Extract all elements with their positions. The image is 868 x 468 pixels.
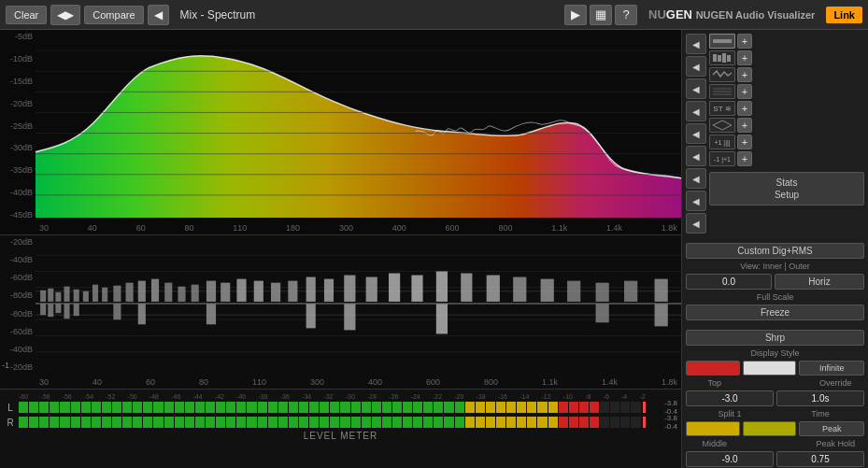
right-arrow3-button[interactable]: ◀ xyxy=(686,78,706,99)
link-button[interactable]: Link xyxy=(826,7,862,23)
waveform-style-diamond[interactable] xyxy=(709,118,735,133)
plus-btn-7[interactable]: + xyxy=(737,135,752,149)
svg-rect-35 xyxy=(254,281,263,302)
swatch-white[interactable] xyxy=(743,361,797,376)
clear-button[interactable]: Clear xyxy=(6,6,47,24)
right-arrow8-button[interactable]: ◀ xyxy=(686,191,706,211)
svg-rect-50 xyxy=(596,283,609,302)
plus-btn-5[interactable]: + xyxy=(737,101,752,116)
db-label-35: -35dB xyxy=(0,165,36,175)
plus-btn-1[interactable]: + xyxy=(737,34,752,49)
swatch-red[interactable] xyxy=(686,361,740,376)
strip-row-5: ST ≋ + xyxy=(709,101,864,116)
left-panel: -5dB -10dB -15dB -20dB -25dB -30dB -35dB… xyxy=(0,30,681,468)
bars-db-m40b: -40dB xyxy=(0,345,36,354)
db-label-45: -45dB xyxy=(0,210,36,220)
svg-rect-43 xyxy=(411,276,422,302)
svg-rect-29 xyxy=(164,283,172,302)
split1-label: Split 1 xyxy=(686,409,774,418)
svg-rect-34 xyxy=(236,279,246,302)
bars-db-m80: -80dB xyxy=(0,291,36,300)
right-arrow6-button[interactable]: ◀ xyxy=(686,146,706,166)
right-arrow4-button[interactable]: ◀ xyxy=(686,101,706,121)
full-scale-label: Full Scale xyxy=(686,292,864,302)
waveform-style-2[interactable] xyxy=(709,50,735,65)
stats-setup-button[interactable]: Stats Setup xyxy=(709,172,864,206)
nav-left-button[interactable]: ◀ xyxy=(148,5,169,25)
infinite-button[interactable]: Infinite xyxy=(799,361,864,376)
svg-rect-32 xyxy=(206,281,216,302)
bars-db-m60: -60dB xyxy=(0,273,36,282)
waveform-style-4[interactable] xyxy=(709,84,735,99)
svg-rect-64 xyxy=(596,304,609,322)
fallback-input[interactable] xyxy=(776,451,864,467)
svg-marker-75 xyxy=(713,121,732,130)
svg-rect-26 xyxy=(126,283,134,302)
peak-button[interactable]: Peak xyxy=(799,421,864,436)
bars-db-m40: -40dB xyxy=(0,255,36,264)
bars-freq-600: 600 xyxy=(426,377,440,387)
level-l-label: L xyxy=(4,403,17,413)
svg-rect-39 xyxy=(324,279,334,302)
split1-input[interactable] xyxy=(686,390,774,406)
plus-btn-4[interactable]: + xyxy=(737,84,752,99)
svg-rect-59 xyxy=(138,304,146,324)
level-row-l: L -3.8 -0.4 xyxy=(4,401,677,414)
spectrum-freq-labels: 30 40 60 80 110 180 300 400 600 800 1.1k… xyxy=(36,223,681,233)
toolbar-controls: ▶ ▦ ? xyxy=(564,5,637,25)
bars-db-m60b: -60dB xyxy=(0,327,36,336)
waveform-style-8[interactable]: -1 |+1 xyxy=(709,151,735,166)
shrp-button[interactable]: Shrp xyxy=(686,330,864,346)
peak-hold-label: Peak Hold xyxy=(806,439,864,448)
freeze-button[interactable]: Freeze xyxy=(686,305,864,320)
bars-freq-400: 400 xyxy=(368,377,382,387)
compare-button[interactable]: Compare xyxy=(84,6,143,24)
plus-btn-8[interactable]: + xyxy=(737,151,752,166)
swatch-yellow[interactable] xyxy=(686,421,740,436)
help-button[interactable]: ? xyxy=(615,5,637,25)
custom-dig-rms-button[interactable]: Custom Dig+RMS xyxy=(686,243,864,259)
level-scale-row: -60 -58 -56 -54 -52 -50 -48 -46 -44 -42 … xyxy=(19,393,646,400)
freq-1k8: 1.8k xyxy=(662,223,677,233)
value-input[interactable] xyxy=(686,274,772,290)
back-arrow-button[interactable]: ◀▶ xyxy=(50,5,80,25)
plus-btn-2[interactable]: + xyxy=(737,50,752,65)
db-label-40: -40dB xyxy=(0,188,36,197)
svg-rect-57 xyxy=(74,304,79,316)
bars-area: -20dB -40dB -60dB -80dB -80dB -60dB -40d… xyxy=(0,235,681,390)
right-arrow5-button[interactable]: ◀ xyxy=(686,123,706,144)
waveform-style-1[interactable] xyxy=(709,34,735,49)
grid-button[interactable]: ▦ xyxy=(590,5,612,25)
plus-btn-3[interactable]: + xyxy=(737,67,752,82)
svg-rect-68 xyxy=(713,54,717,62)
right-arrow2-button[interactable]: ◀ xyxy=(686,56,706,77)
svg-rect-30 xyxy=(178,287,185,302)
right-panel: ◀ ◀ ◀ ◀ ◀ ◀ ◀ ◀ ◀ + xyxy=(681,30,868,468)
svg-rect-47 xyxy=(513,277,526,302)
svg-rect-53 xyxy=(40,304,46,315)
freq-110: 110 xyxy=(233,223,247,233)
swatch-yellow2[interactable] xyxy=(743,421,797,436)
freq-800: 800 xyxy=(498,223,512,233)
top-labels-row: Top Override xyxy=(686,378,864,388)
svg-rect-46 xyxy=(487,276,500,302)
middle-labels-row: Middle Peak Hold xyxy=(686,439,864,448)
bars-freq-40: 40 xyxy=(92,377,102,387)
play-button[interactable]: ▶ xyxy=(564,5,587,25)
time-input[interactable] xyxy=(776,390,864,406)
db-label-20: -20dB xyxy=(0,99,36,108)
svg-rect-17 xyxy=(40,291,46,302)
waveform-style-7[interactable]: +1 |||| xyxy=(709,135,735,149)
horiz-button[interactable]: Horiz xyxy=(775,274,864,290)
title: Mix - Spectrum xyxy=(173,8,562,21)
brand-nu: NU xyxy=(648,7,666,21)
bars-freq-1k8: 1.8k xyxy=(662,377,677,387)
right-arrow9-button[interactable]: ◀ xyxy=(686,213,706,234)
split2-input[interactable] xyxy=(686,451,774,467)
waveform-style-5[interactable]: ST ≋ xyxy=(709,101,735,116)
level-meter-container: -60 -58 -56 -54 -52 -50 -48 -46 -44 -42 … xyxy=(0,391,681,443)
waveform-style-3[interactable] xyxy=(709,67,735,82)
right-collapse-button[interactable]: ◀ xyxy=(686,34,706,54)
plus-btn-6[interactable]: + xyxy=(737,118,752,133)
right-arrow7-button[interactable]: ◀ xyxy=(686,168,706,189)
